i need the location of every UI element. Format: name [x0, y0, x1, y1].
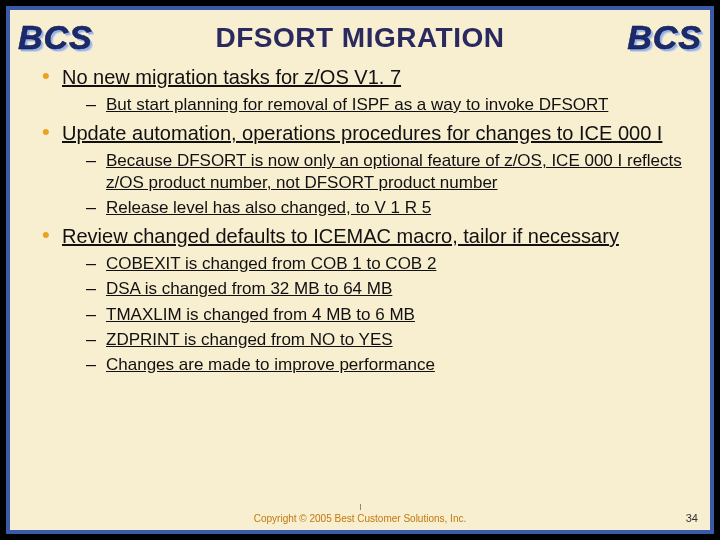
sub-bullet-item: But start planning for removal of ISPF a… [84, 94, 684, 115]
header: BCS DFSORT MIGRATION BCS [12, 12, 708, 57]
sub-bullet-text: ZDPRINT is changed from NO to YES [106, 329, 393, 350]
page-number: 34 [686, 512, 698, 524]
slide-inner: BCS DFSORT MIGRATION BCS No new migratio… [12, 12, 708, 528]
sub-bullet-item: TMAXLIM is changed from 4 MB to 6 MB [84, 304, 684, 325]
bullet-item: Update automation, operations procedures… [40, 121, 684, 218]
sub-bullet-text: COBEXIT is changed from COB 1 to COB 2 [106, 253, 436, 274]
logo-left: BCS [18, 18, 93, 57]
sub-bullet-item: Changes are made to improve performance [84, 354, 684, 375]
sub-bullet-item: COBEXIT is changed from COB 1 to COB 2 [84, 253, 684, 274]
copyright-footer: Copyright © 2005 Best Customer Solutions… [12, 513, 708, 524]
bullet-text: No new migration tasks for z/OS V1. 7 [62, 65, 401, 90]
sub-bullet-text: Release level has also changed, to V 1 R… [106, 197, 431, 218]
bullet-text: Review changed defaults to ICEMAC macro,… [62, 224, 619, 249]
sub-bullet-list: COBEXIT is changed from COB 1 to COB 2 D… [84, 253, 684, 375]
sub-bullet-item: DSA is changed from 32 MB to 64 MB [84, 278, 684, 299]
sub-bullet-text: Changes are made to improve performance [106, 354, 435, 375]
sub-bullet-text: DSA is changed from 32 MB to 64 MB [106, 278, 392, 299]
bullet-text: Update automation, operations procedures… [62, 121, 662, 146]
bullet-item: Review changed defaults to ICEMAC macro,… [40, 224, 684, 375]
sub-bullet-item: Because DFSORT is now only an optional f… [84, 150, 684, 193]
sub-bullet-item: Release level has also changed, to V 1 R… [84, 197, 684, 218]
sub-bullet-text: But start planning for removal of ISPF a… [106, 94, 608, 115]
bullet-list: No new migration tasks for z/OS V1. 7 Bu… [40, 65, 684, 375]
content-area: No new migration tasks for z/OS V1. 7 Bu… [12, 57, 708, 375]
sub-bullet-list: Because DFSORT is now only an optional f… [84, 150, 684, 218]
slide-frame: BCS DFSORT MIGRATION BCS No new migratio… [6, 6, 714, 534]
sub-bullet-item: ZDPRINT is changed from NO to YES [84, 329, 684, 350]
sub-bullet-list: But start planning for removal of ISPF a… [84, 94, 684, 115]
sub-bullet-text: Because DFSORT is now only an optional f… [106, 150, 684, 193]
slide-outer: BCS DFSORT MIGRATION BCS No new migratio… [0, 0, 720, 540]
footer-tick [360, 504, 361, 510]
logo-right: BCS [627, 18, 702, 57]
slide-title: DFSORT MIGRATION [93, 22, 627, 54]
bullet-item: No new migration tasks for z/OS V1. 7 Bu… [40, 65, 684, 115]
sub-bullet-text: TMAXLIM is changed from 4 MB to 6 MB [106, 304, 415, 325]
